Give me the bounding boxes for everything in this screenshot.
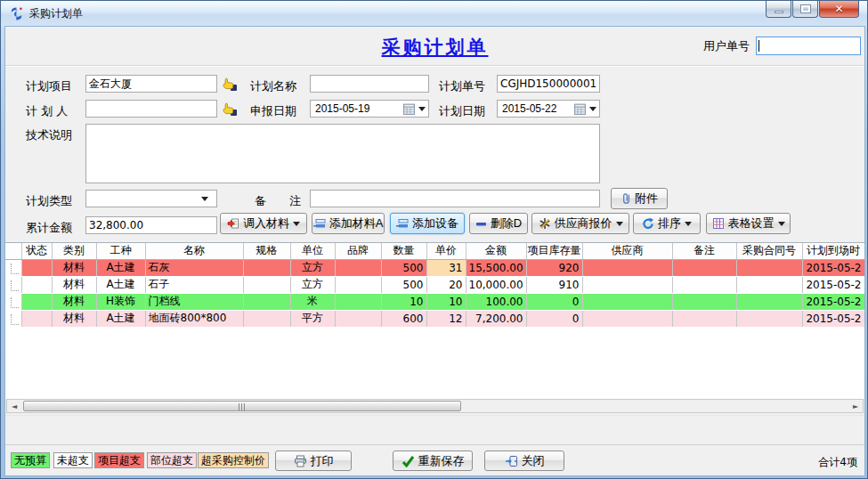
tech-desc-label: 技术说明: [26, 127, 72, 143]
table-row[interactable]: 材料 H装饰 门档线 米 10 10 100.00 0 2015-05-2: [5, 293, 864, 310]
add-row-icon: [396, 217, 409, 230]
plan-date-input[interactable]: [500, 102, 573, 115]
col-qty[interactable]: 数量: [381, 243, 426, 259]
calendar-icon[interactable]: [402, 102, 416, 116]
plan-name-label: 计划名称: [250, 78, 296, 94]
supplier-quote-button[interactable]: 供应商报价: [531, 213, 629, 234]
import-material-button[interactable]: 调入材料: [220, 213, 307, 234]
table-row[interactable]: 材料 A土建 石子 立方 500 20 10,000.00 910 2015-0…: [5, 276, 864, 293]
user-order-input[interactable]: [756, 37, 861, 55]
planner-label: 计 划 人: [26, 103, 68, 119]
delete-button[interactable]: 删除D: [469, 213, 528, 234]
divider: [5, 415, 864, 416]
scrollbar-thumb[interactable]: [23, 401, 461, 411]
tech-desc-textarea[interactable]: [85, 124, 600, 183]
supplier-quote-icon: [539, 217, 551, 230]
plan-date-picker[interactable]: [497, 100, 600, 118]
close-form-button[interactable]: 关闭: [484, 451, 564, 471]
chevron-down-icon[interactable]: [293, 222, 300, 226]
col-stock[interactable]: 项目库存量: [526, 243, 582, 259]
table-row[interactable]: 材料 A土建 石灰 立方 500 31 15,500.00 920 2015-0…: [5, 259, 864, 276]
tree-node-icon: [11, 264, 19, 274]
chevron-down-icon[interactable]: [778, 222, 785, 226]
chevron-down-icon[interactable]: [589, 107, 596, 111]
plan-no-input[interactable]: [497, 75, 600, 93]
plan-type-select[interactable]: [85, 190, 217, 207]
col-amount[interactable]: 金额: [466, 243, 526, 259]
chevron-down-icon[interactable]: [418, 107, 426, 111]
text-caret: [758, 40, 759, 52]
plan-no-label: 计划单号: [439, 78, 485, 94]
print-button[interactable]: 打印: [275, 451, 352, 471]
content-panel: 采购计划单 用户单号 计划项目 计划名称 计划单号 计 划 人 申报日期: [5, 27, 864, 475]
app-icon[interactable]: [9, 6, 24, 21]
col-trade[interactable]: 工种: [96, 243, 145, 259]
checkmark-icon: [402, 455, 415, 467]
col-brand[interactable]: 品牌: [335, 243, 381, 259]
row-indicator[interactable]: [5, 276, 21, 293]
total-amount-value: [85, 216, 217, 234]
horizontal-scrollbar[interactable]: ◄ ►: [6, 399, 864, 413]
declare-date-picker[interactable]: [310, 100, 429, 118]
scrollbar-track[interactable]: [21, 400, 848, 412]
plan-project-lookup-icon[interactable]: [222, 77, 239, 92]
table-row[interactable]: 材料 A土建 地面砖800*800 平方 600 12 7,200.00 0 2…: [5, 310, 864, 327]
declare-date-label: 申报日期: [250, 103, 296, 119]
minus-icon: [475, 218, 487, 230]
col-spec[interactable]: 规格: [243, 243, 290, 259]
col-unit[interactable]: 单位: [290, 243, 335, 259]
chevron-down-icon[interactable]: [616, 222, 623, 226]
user-order-field: 用户单号: [703, 37, 861, 55]
table-settings-icon: [712, 217, 725, 230]
row-indicator[interactable]: [5, 310, 21, 327]
legend-no-budget: 无预算: [11, 452, 50, 468]
legend-part-over: 部位超支: [147, 452, 197, 468]
scroll-right-button[interactable]: ►: [848, 400, 863, 412]
col-supplier[interactable]: 供应商: [582, 243, 672, 259]
close-button[interactable]: ✕: [819, 1, 859, 18]
col-arrival[interactable]: 计划到场时: [802, 243, 864, 259]
scroll-left-button[interactable]: ◄: [7, 400, 21, 412]
minimize-button[interactable]: [766, 1, 791, 18]
col-status[interactable]: 状态: [21, 243, 52, 259]
total-amount-label: 累计金额: [26, 220, 72, 236]
col-category[interactable]: 类别: [52, 243, 96, 259]
add-material-button[interactable]: 添加材料A: [312, 213, 385, 234]
plan-project-input[interactable]: [85, 75, 217, 93]
add-equipment-button[interactable]: 添加设备: [390, 213, 465, 234]
plan-name-input[interactable]: [310, 75, 429, 93]
col-name[interactable]: 名称: [145, 243, 243, 259]
legend-not-over: 未超支: [53, 452, 93, 468]
grid-settings-button[interactable]: 表格设置: [706, 213, 791, 234]
window-title: 采购计划单: [29, 6, 83, 21]
paperclip-icon: [621, 192, 631, 206]
sort-button[interactable]: 排序: [633, 213, 701, 234]
col-contract-no[interactable]: 采购合同号: [736, 243, 802, 259]
user-order-label: 用户单号: [703, 38, 750, 54]
planner-input[interactable]: [85, 100, 217, 118]
maximize-button[interactable]: [792, 1, 818, 18]
chevron-down-icon[interactable]: [685, 222, 692, 226]
import-material-icon: [227, 217, 239, 230]
declare-date-input[interactable]: [313, 102, 402, 115]
tree-node-icon: [11, 280, 19, 291]
title-bar: 采购计划单 ✕: [1, 1, 867, 27]
legend-over-control-price: 超采购控制价: [198, 452, 269, 468]
plan-date-label: 计划日期: [439, 103, 485, 119]
chevron-down-icon: [201, 197, 208, 201]
maximize-icon: [801, 5, 810, 12]
remark-input[interactable]: [310, 190, 600, 207]
minimize-icon: [775, 11, 783, 13]
row-indicator[interactable]: [5, 259, 21, 276]
add-row-icon: [313, 217, 326, 230]
col-price[interactable]: 单价: [426, 243, 466, 259]
planner-lookup-icon[interactable]: [222, 101, 239, 117]
resave-button[interactable]: 重新保存: [393, 451, 473, 471]
row-indicator[interactable]: [5, 293, 21, 310]
over-control-price-cell[interactable]: 31: [426, 259, 466, 276]
attachment-button[interactable]: 附件: [611, 188, 668, 209]
calendar-icon[interactable]: [573, 102, 587, 116]
col-remark[interactable]: 备注: [672, 243, 736, 259]
tree-node-icon: [11, 297, 19, 308]
plan-type-label: 计划类型: [26, 193, 72, 209]
